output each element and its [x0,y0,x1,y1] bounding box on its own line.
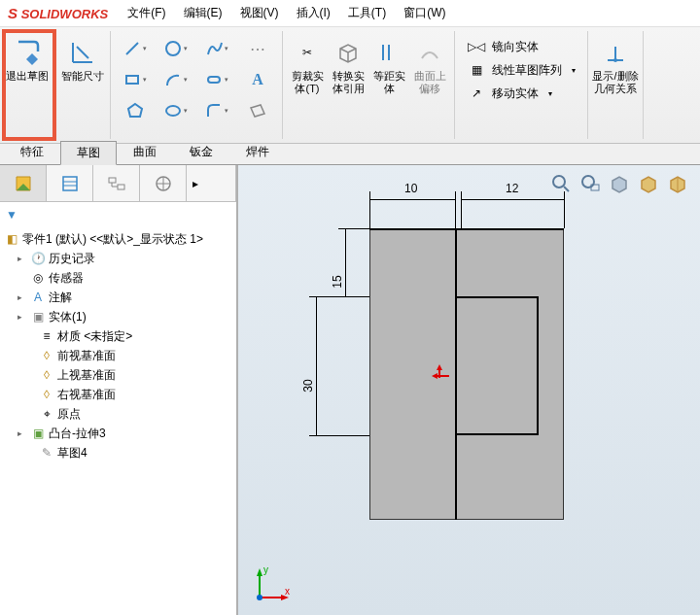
origin-icon: ⌖ [39,406,54,422]
tab-surface[interactable]: 曲面 [117,140,173,164]
svg-point-30 [257,595,262,600]
move-button[interactable]: ↗ 移动实体▾ [463,82,556,105]
tree-top-plane[interactable]: ◊上视基准面 [4,365,232,385]
feature-manager-panel: ▸ ▼ ◧ 零件1 (默认) <<默认>_显示状态 1> ▸🕐历史记录 ◎传感器… [0,165,238,615]
svg-rect-3 [208,77,220,83]
arc-button[interactable]: ▾ [158,66,194,93]
exit-sketch-button[interactable]: 退出草图 [4,33,51,99]
rectangle-button[interactable]: ▾ [117,66,154,93]
slot-button[interactable]: ▾ [198,66,235,93]
section-view-button[interactable] [665,171,690,196]
panel-tab-dim[interactable] [140,165,187,201]
circle-button[interactable]: ▾ [158,35,194,62]
part-icon: ◧ [4,231,19,247]
text-button[interactable]: A [239,66,276,93]
tab-sheet[interactable]: 钣金 [173,140,229,164]
svg-point-17 [553,176,565,188]
plane-button[interactable] [239,97,276,124]
plane-icon: ◊ [39,367,54,383]
solid-icon: ▣ [30,309,46,325]
svg-rect-2 [126,76,138,84]
panel-tab-config[interactable] [93,165,140,201]
convert-button[interactable]: 转换实体引用 [328,33,368,99]
sketch-origin-icon [428,364,451,391]
view-orientation-button[interactable] [607,171,632,196]
dimension-30[interactable]: 30 [301,379,315,392]
tree-solid[interactable]: ▸▣实体(1) [4,307,232,326]
tree-material[interactable]: ≡材质 <未指定> [4,326,232,346]
tree-sensors[interactable]: ◎传感器 [4,268,232,288]
cube-icon [332,37,364,68]
filter-icon[interactable]: ▼ [6,208,18,222]
extrude-icon: ▣ [30,426,46,441]
annotation-icon: A [30,290,46,305]
move-icon: ↗ [467,86,486,100]
sensor-icon: ◎ [30,270,46,286]
tree-sketch4[interactable]: ✎草图4 [4,443,232,462]
mirror-icon: ▷◁ [467,40,486,53]
tree-annotations[interactable]: ▸A注解 [4,288,232,307]
tree-extrude[interactable]: ▸▣凸台-拉伸3 [4,424,232,443]
tree-history[interactable]: ▸🕐历史记录 [4,249,232,268]
feature-tree: ◧ 零件1 (默认) <<默认>_显示状态 1> ▸🕐历史记录 ◎传感器 ▸A注… [0,227,236,615]
spline-button[interactable]: ▾ [198,35,235,62]
svg-rect-7 [63,177,77,190]
dimension-15[interactable]: 15 [331,275,344,288]
surface-offset-button[interactable]: 曲面上偏移 [409,33,450,99]
coordinate-triad: y x [252,566,291,605]
tree-root[interactable]: ◧ 零件1 (默认) <<默认>_显示状态 1> [4,229,232,249]
menu-bar: 文件(F) 编辑(E) 视图(V) 插入(I) 工具(T) 窗口(W) [127,5,445,21]
panel-tab-tree[interactable] [0,165,47,201]
svg-rect-10 [109,178,116,183]
menu-view[interactable]: 视图(V) [240,5,279,21]
graphics-viewport[interactable]: 10 12 15 30 [238,165,700,615]
scissors-icon: ✂ [292,37,323,68]
tree-front-plane[interactable]: ◊前视基准面 [4,346,232,365]
plane-icon: ◊ [39,348,54,363]
mirror-button[interactable]: ▷◁ 镜向实体 [463,35,542,58]
exit-sketch-icon [12,37,43,68]
svg-point-19 [582,176,594,188]
polygon-button[interactable] [117,97,154,124]
menu-insert[interactable]: 插入(I) [297,5,331,21]
fillet-button[interactable]: ▾ [198,97,235,124]
tree-right-plane[interactable]: ◊右视基准面 [4,385,232,404]
sketch-icon: ✎ [39,445,54,461]
svg-point-1 [166,42,180,55]
menu-tools[interactable]: 工具(T) [348,5,386,21]
tab-weld[interactable]: 焊件 [229,140,286,164]
svg-marker-4 [128,104,142,117]
display-relations-button[interactable]: 显示/删除几何关系 [592,33,639,99]
svg-point-5 [166,106,180,116]
offset-button[interactable]: 等距实体 [368,33,409,99]
app-logo: S SOLIDWORKS [8,5,108,21]
point-button[interactable]: ⋯ [239,35,276,62]
menu-window[interactable]: 窗口(W) [403,5,445,21]
panel-tab-more[interactable]: ▸ [187,165,236,201]
tree-origin[interactable]: ⌖原点 [4,404,232,424]
plane-icon: ◊ [39,387,54,402]
dimension-12[interactable]: 12 [506,182,518,195]
ribbon: 退出草图 智能尺寸 ▾ ▾ ▾ ⋯ ▾ ▾ ▾ A ▾ ▾ [0,27,700,144]
perpendicular-icon [600,37,631,68]
pattern-icon: ▦ [467,63,486,77]
zoom-area-button[interactable] [578,171,603,196]
smart-dimension-button[interactable]: 智能尺寸 [59,33,106,99]
title-bar: S SOLIDWORKS 文件(F) 编辑(E) 视图(V) 插入(I) 工具(… [0,0,700,27]
surface-icon [414,37,445,68]
svg-point-6 [613,58,617,62]
menu-edit[interactable]: 编辑(E) [184,5,223,21]
svg-rect-11 [118,185,124,189]
panel-tab-property[interactable] [47,165,93,201]
tab-feature[interactable]: 特征 [4,140,60,164]
dimension-icon [67,37,98,68]
dimension-10[interactable]: 10 [404,182,417,195]
line-button[interactable]: ▾ [117,35,154,62]
trim-button[interactable]: ✂ 剪裁实体(T) [287,33,328,99]
display-style-button[interactable] [636,171,661,196]
ellipse-button[interactable]: ▾ [158,97,194,124]
tab-sketch[interactable]: 草图 [60,141,117,165]
pattern-button[interactable]: ▦ 线性草图阵列▾ [463,58,579,82]
menu-file[interactable]: 文件(F) [127,5,165,21]
zoom-fit-button[interactable] [548,171,574,196]
